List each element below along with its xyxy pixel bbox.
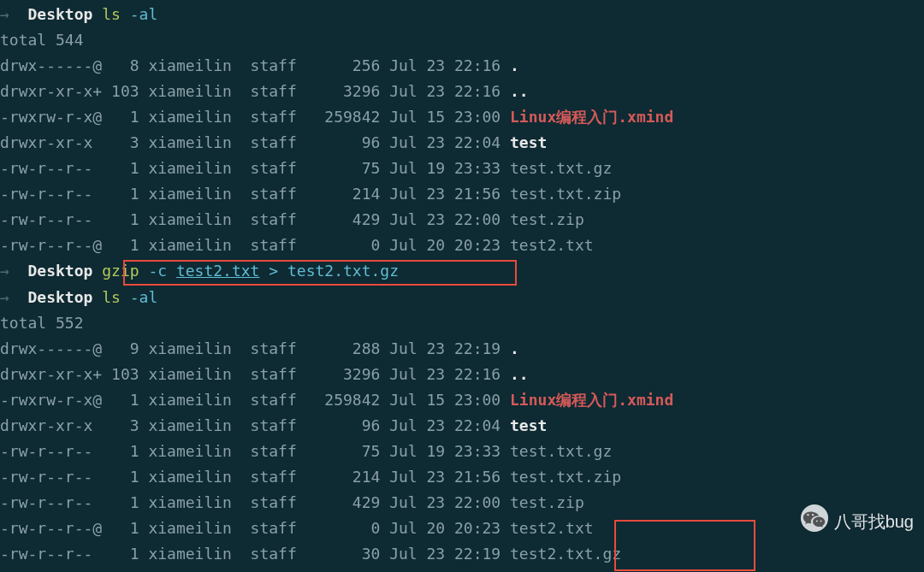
cmd-arg-file: test2.txt — [176, 262, 260, 280]
wechat-icon — [800, 504, 829, 541]
ls-row: -rw-r--r-- 1 xiameilin staff 214 Jul 23 … — [0, 181, 924, 207]
ls-row: drwx------@ 9 xiameilin staff 288 Jul 23… — [0, 336, 924, 362]
cmd-args: -al — [130, 5, 158, 23]
ls-row: -rwxrw-r-x@ 1 xiameilin staff 259842 Jul… — [0, 104, 924, 130]
ls-row: -rw-r--r-- 1 xiameilin staff 75 Jul 19 2… — [0, 156, 924, 181]
ls-row: -rwxrw-r-x@ 1 xiameilin staff 259842 Jul… — [0, 387, 924, 413]
ls-total: total 544 — [0, 27, 924, 53]
ls-row: -rw-r--r-- 1 xiameilin staff 429 Jul 23 … — [0, 207, 924, 233]
cmd-ls: ls — [102, 5, 130, 23]
ls-row: -rw-r--r--@ 1 xiameilin staff 0 Jul 20 2… — [0, 233, 924, 258]
prompt-cwd: Desktop — [28, 5, 103, 23]
watermark-text: 八哥找bug — [834, 508, 914, 536]
prompt-cwd: Desktop — [28, 262, 103, 280]
ls-row: drwxr-xr-x 3 xiameilin staff 96 Jul 23 2… — [0, 130, 924, 156]
ls-row: -rw-r--r--@ 1 xiameilin staff 0 Jul 20 2… — [0, 516, 924, 541]
ls-row: drwx------@ 8 xiameilin staff 256 Jul 23… — [0, 53, 924, 79]
ls-row: drwxr-xr-x 3 xiameilin staff 96 Jul 23 2… — [0, 413, 924, 439]
prompt-cwd: Desktop — [28, 288, 103, 306]
ls-row: -rw-r--r-- 1 xiameilin staff 30 Jul 23 2… — [0, 541, 924, 567]
cmd-gzip: gzip — [102, 262, 148, 280]
prompt-line[interactable]: → Desktop gzip -c test2.txt > test2.txt.… — [0, 258, 924, 284]
cmd-args: -al — [130, 288, 158, 306]
ls-row: -rw-r--r-- 1 xiameilin staff 429 Jul 23 … — [0, 490, 924, 516]
ls-row: -rw-r--r-- 1 xiameilin staff 214 Jul 23 … — [0, 464, 924, 490]
ls-row: drwxr-xr-x+ 103 xiameilin staff 3296 Jul… — [0, 362, 924, 387]
wechat-watermark: 八哥找bug — [800, 504, 914, 541]
prompt-arrow-icon: → — [0, 288, 28, 306]
prompt-line[interactable]: → Desktop ls -al — [0, 2, 924, 27]
cmd-ls: ls — [102, 288, 130, 306]
prompt-line[interactable]: → Desktop ls -al — [0, 285, 924, 310]
ls-row: -rw-r--r-- 1 xiameilin staff 75 Jul 19 2… — [0, 439, 924, 464]
ls-total: total 552 — [0, 310, 924, 336]
ls-row: drwxr-xr-x+ 103 xiameilin staff 3296 Jul… — [0, 79, 924, 104]
terminal-output: → Desktop ls -altotal 544drwx------@ 8 x… — [0, 2, 924, 567]
prompt-arrow-icon: → — [0, 262, 28, 280]
prompt-arrow-icon: → — [0, 5, 28, 23]
cmd-args: -c — [148, 262, 176, 280]
cmd-redirect: > test2.txt.gz — [259, 262, 399, 280]
